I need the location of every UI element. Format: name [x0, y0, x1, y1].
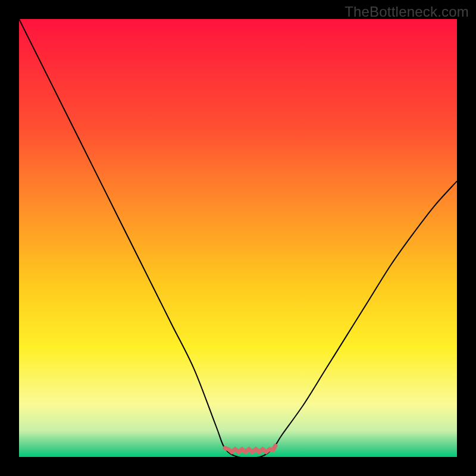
- plot-area: [19, 19, 457, 457]
- gradient-background: [19, 19, 457, 457]
- bottleneck-chart: [19, 19, 457, 457]
- watermark-label: TheBottleneck.com: [345, 4, 469, 20]
- chart-frame: TheBottleneck.com: [0, 0, 476, 476]
